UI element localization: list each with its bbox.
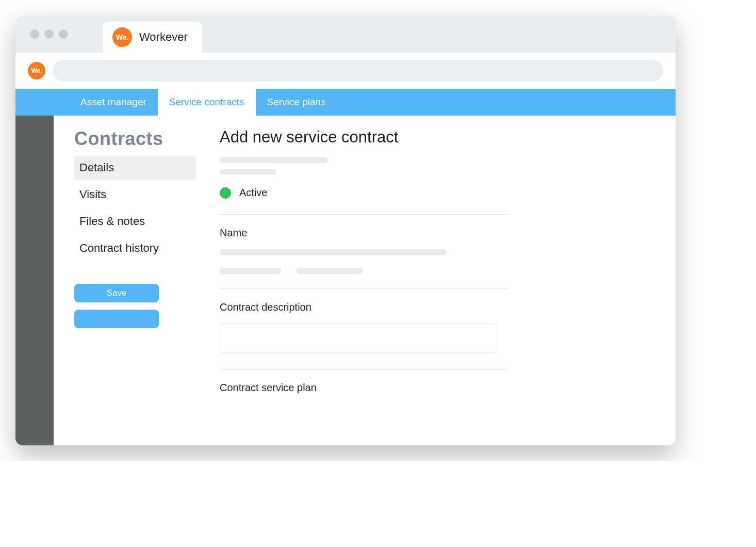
secondary-button[interactable] bbox=[74, 310, 159, 328]
content-area: Contracts Details Visits Files & notes C… bbox=[15, 116, 676, 445]
address-input[interactable] bbox=[53, 60, 663, 82]
placeholder-line bbox=[220, 169, 276, 174]
top-nav: Asset manager Service contracts Service … bbox=[15, 89, 676, 116]
window-minimize-dot[interactable] bbox=[44, 29, 54, 39]
placeholder-line bbox=[296, 268, 363, 274]
sidebar-item-details[interactable]: Details bbox=[74, 156, 196, 180]
window-maximize-dot[interactable] bbox=[59, 29, 68, 39]
placeholder-line bbox=[220, 157, 328, 163]
page-title: Add new service contract bbox=[220, 128, 655, 147]
browser-window: We. Workever We. Asset manager Service c… bbox=[15, 15, 676, 445]
sidebar-item-contract-history[interactable]: Contract history bbox=[74, 236, 196, 260]
sidebar-heading: Contracts bbox=[74, 128, 196, 150]
placeholder-row bbox=[220, 268, 508, 274]
left-rail bbox=[15, 116, 54, 445]
name-input[interactable] bbox=[220, 249, 447, 255]
tab-service-contracts[interactable]: Service contracts bbox=[158, 89, 256, 116]
description-label: Contract description bbox=[220, 301, 508, 313]
window-close-dot[interactable] bbox=[30, 29, 39, 39]
browser-tab[interactable]: We. Workever bbox=[103, 22, 202, 53]
status-label: Active bbox=[239, 187, 267, 199]
body: Contracts Details Visits Files & notes C… bbox=[54, 116, 676, 445]
service-plan-label: Contract service plan bbox=[220, 382, 508, 394]
browser-tab-title: Workever bbox=[139, 30, 188, 44]
save-button[interactable]: Save bbox=[74, 284, 159, 302]
section-description: Contract description bbox=[220, 288, 508, 369]
app-logo-icon: We. bbox=[112, 27, 132, 47]
placeholder-line bbox=[220, 268, 282, 274]
form-panel: Add new service contract Active Name bbox=[220, 128, 655, 425]
app-logo-small-icon: We. bbox=[28, 62, 45, 79]
status-indicator-icon bbox=[220, 187, 231, 199]
address-bar: We. bbox=[15, 53, 676, 89]
description-textarea[interactable] bbox=[220, 324, 498, 352]
name-label: Name bbox=[220, 227, 508, 239]
section-service-plan: Contract service plan bbox=[220, 369, 508, 425]
status-row: Active bbox=[220, 187, 655, 199]
sidebar: Contracts Details Visits Files & notes C… bbox=[74, 128, 196, 425]
section-name: Name bbox=[220, 214, 508, 288]
window-controls bbox=[30, 29, 68, 39]
sidebar-item-visits[interactable]: Visits bbox=[74, 183, 196, 206]
tab-service-plans[interactable]: Service plans bbox=[256, 89, 337, 116]
tab-asset-manager[interactable]: Asset manager bbox=[69, 89, 158, 116]
window-title-bar: We. Workever bbox=[15, 15, 676, 53]
sidebar-item-files-notes[interactable]: Files & notes bbox=[74, 210, 196, 233]
